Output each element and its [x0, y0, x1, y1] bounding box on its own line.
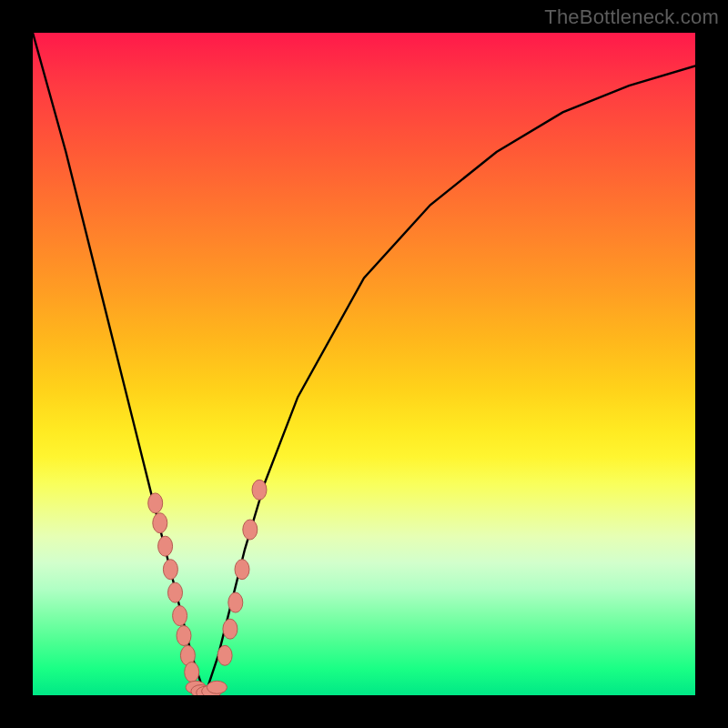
data-marker: [217, 645, 232, 665]
data-marker: [163, 560, 177, 580]
data-marker: [158, 536, 173, 556]
data-marker: [185, 662, 199, 682]
data-marker: [148, 493, 163, 513]
data-marker: [153, 513, 167, 533]
data-marker: [168, 582, 183, 602]
data-marker: [207, 681, 227, 693]
data-markers: [148, 480, 267, 695]
watermark-text: TheBottleneck.com: [544, 5, 719, 29]
data-marker: [223, 619, 238, 639]
chart-frame: TheBottleneck.com: [0, 0, 728, 728]
plot-area: [33, 33, 695, 695]
chart-svg: [33, 33, 695, 695]
bottleneck-curve: [33, 33, 695, 695]
data-marker: [177, 626, 191, 646]
data-marker: [173, 606, 187, 626]
data-marker: [235, 560, 249, 580]
data-marker: [243, 520, 258, 540]
data-marker: [228, 592, 243, 612]
data-marker: [252, 480, 267, 500]
